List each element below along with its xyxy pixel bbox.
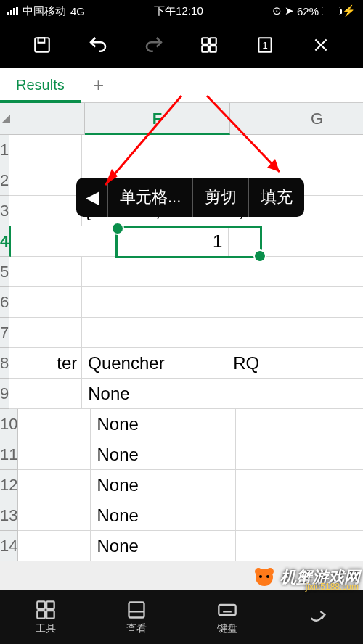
row-header[interactable]: 1 bbox=[0, 135, 9, 165]
grid-row[interactable]: 12None1 bbox=[0, 470, 363, 500]
grid-row[interactable]: 7 bbox=[0, 318, 363, 348]
cell-e[interactable] bbox=[9, 135, 82, 165]
cell-g[interactable]: 1 bbox=[236, 500, 363, 531]
page-one-icon[interactable]: 1 bbox=[254, 34, 276, 56]
row-header[interactable]: 12 bbox=[0, 470, 18, 500]
grid-row[interactable]: 9None bbox=[0, 379, 363, 409]
cell-e[interactable] bbox=[9, 379, 82, 409]
cell-f[interactable] bbox=[82, 257, 227, 287]
cell-f[interactable]: 1 bbox=[83, 226, 229, 257]
bottom-tools-label: 工具 bbox=[36, 622, 56, 634]
cell-context-menu: ◀ 单元格... 剪切 填充 bbox=[76, 178, 304, 217]
svg-rect-17 bbox=[129, 602, 144, 617]
grid-view-icon[interactable] bbox=[198, 34, 220, 56]
cell-f[interactable] bbox=[82, 318, 227, 348]
cell-g[interactable]: 1 bbox=[236, 409, 363, 439]
cell-e[interactable] bbox=[9, 165, 82, 196]
grid-row[interactable]: 13None1 bbox=[0, 500, 363, 531]
row-header[interactable]: 3 bbox=[0, 196, 9, 226]
bottom-keyboard-label: 键盘 bbox=[217, 622, 237, 634]
add-sheet-button[interactable]: + bbox=[81, 68, 116, 102]
cell-e[interactable] bbox=[18, 500, 91, 531]
context-menu-prev-arrow[interactable]: ◀ bbox=[76, 178, 108, 217]
cell-g[interactable] bbox=[229, 226, 363, 257]
grid-row[interactable]: 10None1 bbox=[0, 409, 363, 439]
context-menu-cut[interactable]: 剪切 bbox=[192, 178, 248, 217]
row-header[interactable]: 2 bbox=[0, 165, 9, 196]
cell-g[interactable] bbox=[227, 257, 363, 287]
redo-icon[interactable] bbox=[143, 34, 165, 56]
close-icon[interactable] bbox=[310, 34, 332, 56]
row-header[interactable]: 7 bbox=[0, 318, 9, 348]
cell-e[interactable] bbox=[18, 439, 91, 470]
cell-f[interactable]: Quencher bbox=[82, 348, 227, 379]
row-header[interactable]: 4 bbox=[0, 226, 11, 257]
svg-rect-3 bbox=[210, 38, 216, 44]
row-header[interactable]: 8 bbox=[0, 348, 9, 379]
svg-rect-0 bbox=[36, 38, 50, 52]
cell-e[interactable] bbox=[9, 196, 82, 226]
cell-e[interactable]: ter bbox=[9, 348, 82, 379]
row-header[interactable]: 9 bbox=[0, 379, 9, 409]
bottom-share-button[interactable] bbox=[306, 606, 330, 629]
row-header[interactable]: 6 bbox=[0, 287, 9, 318]
cell-e[interactable] bbox=[18, 409, 91, 439]
cell-e[interactable] bbox=[18, 531, 91, 561]
svg-rect-1 bbox=[38, 38, 45, 43]
svg-text:1: 1 bbox=[262, 40, 267, 51]
svg-point-26 bbox=[255, 568, 262, 575]
cell-g[interactable] bbox=[227, 379, 363, 409]
watermark: 机蟹游戏网 jixie5188.com bbox=[251, 564, 360, 590]
cell-f[interactable]: None bbox=[91, 500, 236, 531]
cell-f[interactable] bbox=[82, 135, 227, 165]
cell-g[interactable]: 1 bbox=[236, 470, 363, 500]
row-header[interactable]: 5 bbox=[0, 257, 9, 287]
row-header[interactable]: 11 bbox=[0, 439, 18, 470]
spreadsheet-grid[interactable]: F G 123{"code":0,"data":null,"415678terQ… bbox=[0, 103, 363, 561]
cell-f[interactable]: None bbox=[91, 531, 236, 561]
cell-value: ter bbox=[57, 348, 77, 379]
cell-g[interactable]: 1 bbox=[236, 531, 363, 561]
context-menu-fill[interactable]: 填充 bbox=[248, 178, 304, 217]
cell-e[interactable] bbox=[18, 470, 91, 500]
watermark-logo-icon bbox=[251, 564, 277, 590]
cell-g[interactable] bbox=[227, 287, 363, 318]
grid-row[interactable]: 5 bbox=[0, 257, 363, 287]
bottom-view-button[interactable]: 查看 bbox=[125, 600, 148, 635]
col-header-g[interactable]: G bbox=[230, 103, 363, 135]
clock-label: 下午12:10 bbox=[85, 4, 272, 18]
cell-e[interactable] bbox=[9, 318, 82, 348]
col-header-f[interactable]: F bbox=[85, 103, 230, 135]
grid-row[interactable]: 41 bbox=[0, 226, 363, 257]
cell-e[interactable] bbox=[11, 226, 83, 257]
cell-f[interactable]: None bbox=[91, 409, 236, 439]
cell-g[interactable] bbox=[227, 135, 363, 165]
grid-row[interactable]: 6 bbox=[0, 287, 363, 318]
bottom-tools-button[interactable]: 工具 bbox=[34, 600, 57, 635]
grid-row[interactable]: 11None1 bbox=[0, 439, 363, 470]
bottom-keyboard-button[interactable]: 键盘 bbox=[216, 600, 239, 635]
svg-rect-14 bbox=[46, 601, 54, 609]
row-header[interactable]: 13 bbox=[0, 500, 18, 531]
cell-g[interactable]: 1 bbox=[236, 439, 363, 470]
row-header[interactable]: 14 bbox=[0, 531, 18, 561]
save-icon[interactable] bbox=[31, 34, 53, 56]
grid-row[interactable]: 1 bbox=[0, 135, 363, 165]
cell-e[interactable] bbox=[9, 257, 82, 287]
cell-g[interactable]: RQ bbox=[227, 348, 363, 379]
grid-row[interactable]: 8terQuencherRQ bbox=[0, 348, 363, 379]
row-header[interactable]: 10 bbox=[0, 409, 18, 439]
cell-g[interactable] bbox=[227, 318, 363, 348]
cell-f[interactable] bbox=[82, 287, 227, 318]
select-all-corner[interactable] bbox=[0, 103, 12, 135]
sheet-tab-results[interactable]: Results bbox=[0, 68, 81, 102]
context-menu-cell-format[interactable]: 单元格... bbox=[108, 178, 192, 217]
cell-f[interactable]: None bbox=[82, 379, 227, 409]
undo-icon[interactable] bbox=[87, 34, 109, 56]
cell-e[interactable] bbox=[9, 287, 82, 318]
cell-f[interactable]: None bbox=[91, 470, 236, 500]
grid-row[interactable]: 14None1 bbox=[0, 531, 363, 561]
cell-f[interactable]: None bbox=[91, 439, 236, 470]
svg-rect-16 bbox=[46, 611, 54, 619]
sheet-tab-strip: Results + bbox=[0, 68, 363, 103]
